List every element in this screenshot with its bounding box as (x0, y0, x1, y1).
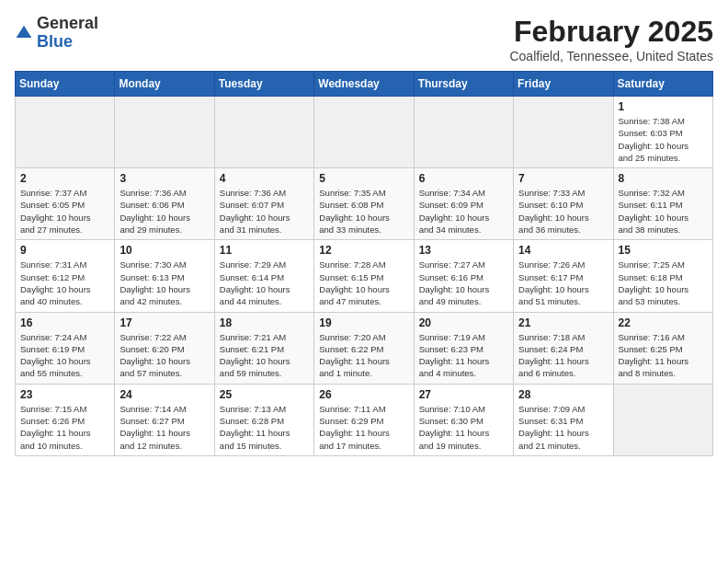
day-header-monday: Monday (115, 72, 214, 97)
day-number: 26 (319, 388, 408, 401)
calendar-cell: 23Sunrise: 7:15 AM Sunset: 6:26 PM Dayli… (16, 384, 115, 455)
day-info: Sunrise: 7:35 AM Sunset: 6:08 PM Dayligh… (319, 187, 408, 236)
day-number: 4 (220, 172, 309, 185)
day-number: 6 (419, 172, 508, 185)
day-number: 18 (220, 316, 309, 329)
calendar-cell: 21Sunrise: 7:18 AM Sunset: 6:24 PM Dayli… (514, 312, 613, 384)
calendar-cell: 9Sunrise: 7:31 AM Sunset: 6:12 PM Daylig… (16, 240, 115, 312)
day-info: Sunrise: 7:13 AM Sunset: 6:28 PM Dayligh… (220, 403, 309, 452)
day-info: Sunrise: 7:16 AM Sunset: 6:25 PM Dayligh… (619, 331, 708, 380)
day-number: 13 (419, 244, 508, 257)
day-header-wednesday: Wednesday (314, 72, 414, 97)
day-number: 21 (518, 316, 608, 329)
calendar-cell: 12Sunrise: 7:28 AM Sunset: 6:15 PM Dayli… (314, 240, 414, 312)
calendar-cell: 3Sunrise: 7:36 AM Sunset: 6:06 PM Daylig… (115, 168, 214, 240)
calendar-cell: 20Sunrise: 7:19 AM Sunset: 6:23 PM Dayli… (414, 312, 513, 384)
day-info: Sunrise: 7:11 AM Sunset: 6:29 PM Dayligh… (319, 403, 408, 452)
day-info: Sunrise: 7:22 AM Sunset: 6:20 PM Dayligh… (119, 331, 209, 380)
calendar-cell (314, 97, 414, 168)
day-info: Sunrise: 7:32 AM Sunset: 6:11 PM Dayligh… (619, 187, 708, 236)
calendar-cell: 8Sunrise: 7:32 AM Sunset: 6:11 PM Daylig… (613, 168, 712, 240)
week-row-3: 9Sunrise: 7:31 AM Sunset: 6:12 PM Daylig… (16, 240, 713, 312)
day-info: Sunrise: 7:15 AM Sunset: 6:26 PM Dayligh… (20, 403, 109, 452)
day-info: Sunrise: 7:26 AM Sunset: 6:17 PM Dayligh… (518, 259, 608, 307)
day-info: Sunrise: 7:25 AM Sunset: 6:18 PM Dayligh… (619, 259, 708, 307)
day-info: Sunrise: 7:18 AM Sunset: 6:24 PM Dayligh… (518, 331, 608, 380)
day-number: 14 (518, 244, 608, 257)
location: Coalfield, Tennessee, United States (509, 49, 713, 63)
calendar-cell: 27Sunrise: 7:10 AM Sunset: 6:30 PM Dayli… (414, 384, 513, 455)
week-row-1: 1Sunrise: 7:38 AM Sunset: 6:03 PM Daylig… (16, 97, 713, 168)
day-info: Sunrise: 7:37 AM Sunset: 6:05 PM Dayligh… (20, 187, 109, 236)
day-info: Sunrise: 7:34 AM Sunset: 6:09 PM Dayligh… (419, 187, 508, 236)
day-info: Sunrise: 7:10 AM Sunset: 6:30 PM Dayligh… (419, 403, 508, 452)
logo-general: General (37, 14, 98, 32)
title-area: February 2025 Coalfield, Tennessee, Unit… (509, 15, 713, 63)
calendar-cell: 17Sunrise: 7:22 AM Sunset: 6:20 PM Dayli… (115, 312, 214, 384)
day-number: 12 (319, 244, 408, 257)
calendar-cell: 6Sunrise: 7:34 AM Sunset: 6:09 PM Daylig… (414, 168, 513, 240)
calendar-cell: 24Sunrise: 7:14 AM Sunset: 6:27 PM Dayli… (115, 384, 214, 455)
day-number: 7 (518, 172, 608, 185)
calendar-cell: 7Sunrise: 7:33 AM Sunset: 6:10 PM Daylig… (514, 168, 613, 240)
calendar-cell (214, 97, 313, 168)
calendar-cell: 22Sunrise: 7:16 AM Sunset: 6:25 PM Dayli… (613, 312, 712, 384)
day-info: Sunrise: 7:27 AM Sunset: 6:16 PM Dayligh… (419, 259, 508, 307)
calendar-cell: 11Sunrise: 7:29 AM Sunset: 6:14 PM Dayli… (214, 240, 313, 312)
calendar-cell: 13Sunrise: 7:27 AM Sunset: 6:16 PM Dayli… (414, 240, 513, 312)
logo: General Blue (15, 15, 98, 52)
calendar-cell: 18Sunrise: 7:21 AM Sunset: 6:21 PM Dayli… (214, 312, 313, 384)
day-info: Sunrise: 7:33 AM Sunset: 6:10 PM Dayligh… (518, 187, 608, 236)
day-info: Sunrise: 7:19 AM Sunset: 6:23 PM Dayligh… (419, 331, 508, 380)
day-info: Sunrise: 7:09 AM Sunset: 6:31 PM Dayligh… (518, 403, 608, 452)
calendar-cell (115, 97, 214, 168)
calendar-cell (414, 97, 513, 168)
calendar-cell: 4Sunrise: 7:36 AM Sunset: 6:07 PM Daylig… (214, 168, 313, 240)
day-info: Sunrise: 7:14 AM Sunset: 6:27 PM Dayligh… (119, 403, 209, 452)
day-info: Sunrise: 7:36 AM Sunset: 6:06 PM Dayligh… (119, 187, 209, 236)
calendar-cell: 10Sunrise: 7:30 AM Sunset: 6:13 PM Dayli… (115, 240, 214, 312)
week-row-5: 23Sunrise: 7:15 AM Sunset: 6:26 PM Dayli… (16, 384, 713, 455)
calendar-cell: 19Sunrise: 7:20 AM Sunset: 6:22 PM Dayli… (314, 312, 414, 384)
day-number: 16 (20, 316, 109, 329)
calendar-cell: 5Sunrise: 7:35 AM Sunset: 6:08 PM Daylig… (314, 168, 414, 240)
day-info: Sunrise: 7:21 AM Sunset: 6:21 PM Dayligh… (220, 331, 309, 380)
day-number: 27 (419, 388, 508, 401)
calendar-cell: 2Sunrise: 7:37 AM Sunset: 6:05 PM Daylig… (16, 168, 115, 240)
day-number: 9 (20, 244, 109, 257)
day-header-thursday: Thursday (414, 72, 513, 97)
day-info: Sunrise: 7:28 AM Sunset: 6:15 PM Dayligh… (319, 259, 408, 307)
logo-icon (15, 24, 33, 42)
week-row-2: 2Sunrise: 7:37 AM Sunset: 6:05 PM Daylig… (16, 168, 713, 240)
day-number: 22 (619, 316, 708, 329)
week-row-4: 16Sunrise: 7:24 AM Sunset: 6:19 PM Dayli… (16, 312, 713, 384)
logo-blue: Blue (37, 32, 73, 51)
day-header-sunday: Sunday (16, 72, 115, 97)
day-info: Sunrise: 7:38 AM Sunset: 6:03 PM Dayligh… (619, 115, 708, 164)
day-info: Sunrise: 7:30 AM Sunset: 6:13 PM Dayligh… (119, 259, 209, 307)
day-number: 5 (319, 172, 408, 185)
calendar-cell: 1Sunrise: 7:38 AM Sunset: 6:03 PM Daylig… (613, 97, 712, 168)
header-row: SundayMondayTuesdayWednesdayThursdayFrid… (16, 72, 713, 97)
day-info: Sunrise: 7:24 AM Sunset: 6:19 PM Dayligh… (20, 331, 109, 380)
day-number: 17 (119, 316, 209, 329)
day-number: 23 (20, 388, 109, 401)
calendar-cell: 15Sunrise: 7:25 AM Sunset: 6:18 PM Dayli… (613, 240, 712, 312)
calendar-cell: 14Sunrise: 7:26 AM Sunset: 6:17 PM Dayli… (514, 240, 613, 312)
day-number: 11 (220, 244, 309, 257)
day-number: 25 (220, 388, 309, 401)
calendar-cell: 25Sunrise: 7:13 AM Sunset: 6:28 PM Dayli… (214, 384, 313, 455)
day-number: 28 (518, 388, 608, 401)
svg-marker-0 (17, 25, 32, 37)
calendar-cell (514, 97, 613, 168)
calendar-cell (613, 384, 712, 455)
day-number: 24 (119, 388, 209, 401)
day-info: Sunrise: 7:29 AM Sunset: 6:14 PM Dayligh… (220, 259, 309, 307)
day-number: 2 (20, 172, 109, 185)
calendar-cell: 16Sunrise: 7:24 AM Sunset: 6:19 PM Dayli… (16, 312, 115, 384)
logo-text: General Blue (37, 15, 98, 52)
day-number: 20 (419, 316, 508, 329)
day-number: 10 (119, 244, 209, 257)
day-number: 3 (119, 172, 209, 185)
day-number: 19 (319, 316, 408, 329)
